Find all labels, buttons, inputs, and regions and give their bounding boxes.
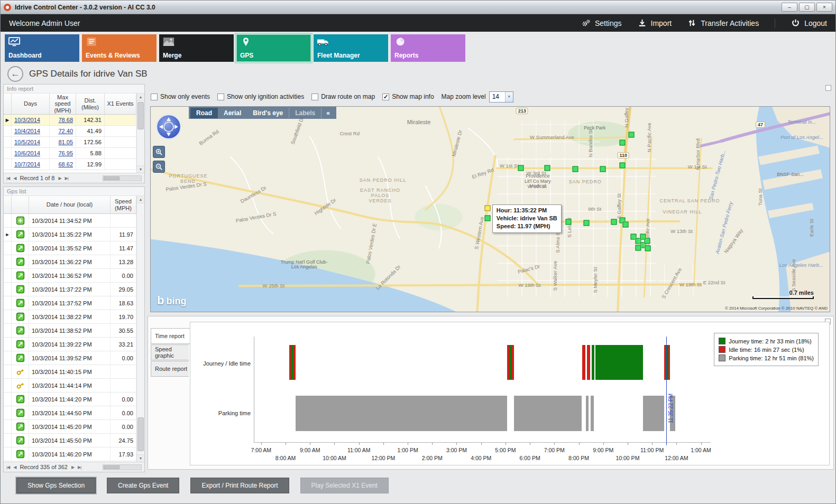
gps-marker[interactable]: [635, 245, 641, 250]
info-report-vscrollbar[interactable]: ▲ ▼: [136, 94, 144, 173]
gps-list-row[interactable]: 10/3/2014 11:39:52 PM0.00: [4, 351, 136, 365]
gps-list-row[interactable]: 10/3/2014 11:45:20 PM0.00: [4, 420, 136, 434]
pager-hscrollbar[interactable]: [103, 464, 142, 470]
gps-marker[interactable]: [620, 162, 626, 168]
minimize-button[interactable]: –: [782, 3, 797, 12]
gps-marker[interactable]: [620, 139, 626, 145]
pager-hscrollbar[interactable]: [103, 175, 142, 181]
gps-list-row[interactable]: 10/3/2014 11:37:22 PM29.05: [4, 283, 136, 296]
module-tab-merge[interactable]: Merge: [159, 34, 234, 62]
pager-next-button[interactable]: ▶: [58, 176, 61, 181]
map-tabs-collapse-button[interactable]: «: [321, 108, 335, 118]
import-button[interactable]: Import: [638, 18, 672, 27]
gps-list-row[interactable]: 10/3/2014 11:40:15 PM: [4, 365, 136, 379]
column-header[interactable]: Date / hour (local): [29, 196, 111, 213]
day-link[interactable]: 10/6/2014: [14, 150, 40, 156]
pager-last-button[interactable]: ▶|: [65, 176, 68, 181]
info-report-row[interactable]: 10/6/201476.955.88: [4, 148, 136, 159]
checkbox-show-only-ignition-activities[interactable]: Show only ignition activities: [217, 93, 304, 100]
pager-next-button[interactable]: ▶: [71, 465, 74, 470]
map-zoom-in-button[interactable]: [153, 146, 165, 158]
gps-list-row[interactable]: 10/3/2014 11:44:14 PM: [4, 379, 136, 393]
close-button[interactable]: ×: [816, 3, 832, 12]
gps-marker[interactable]: [611, 219, 617, 225]
pager-first-button[interactable]: |◀: [6, 465, 10, 470]
settings-button[interactable]: Settings: [582, 18, 622, 27]
collapse-map-panel-button[interactable]: [825, 85, 831, 91]
gps-marker[interactable]: [629, 132, 635, 137]
info-report-row[interactable]: 10/4/201472.4041.49: [4, 126, 136, 137]
column-header[interactable]: Dist. (Miles): [76, 94, 105, 114]
day-link[interactable]: 10/3/2014: [14, 117, 40, 123]
map-zoom-out-button[interactable]: [153, 161, 165, 173]
map-zoom-level-select[interactable]: 14▼: [489, 91, 513, 102]
max-speed-link[interactable]: 81.05: [58, 139, 73, 145]
back-button[interactable]: ←: [7, 66, 23, 82]
gps-list-row[interactable]: 10/3/2014 11:34:52 PM: [4, 214, 136, 228]
gps-marker[interactable]: [645, 246, 650, 251]
module-tab-fleet[interactable]: Fleet Manager: [314, 34, 388, 62]
gps-marker[interactable]: [584, 220, 590, 226]
pager-first-button[interactable]: |◀: [6, 176, 10, 181]
export-print-route-report-button[interactable]: Export / Print Route Report: [190, 478, 289, 493]
gps-marker[interactable]: [544, 165, 550, 171]
gps-list-row[interactable]: 10/3/2014 11:36:22 PM13.28: [4, 255, 136, 269]
scroll-up-icon[interactable]: ▲: [137, 196, 144, 203]
column-header[interactable]: Speed (MPH): [111, 196, 136, 213]
gps-marker[interactable]: [600, 166, 606, 172]
map[interactable]: MiralestePeck ParkW Summerland AveCrest …: [150, 106, 830, 312]
map-compass-control[interactable]: [155, 114, 182, 140]
scroll-down-icon[interactable]: ▼: [137, 165, 144, 173]
map-view-tab-bird-s-eye[interactable]: Bird's eye: [247, 108, 289, 118]
module-tab-reports[interactable]: Reports: [391, 34, 465, 62]
pager-prev-button[interactable]: ◀: [13, 176, 16, 181]
column-header[interactable]: X1 Events: [105, 94, 136, 114]
gps-list-row[interactable]: 10/3/2014 11:38:52 PM30.55: [4, 324, 136, 338]
gps-list-row[interactable]: 10/3/2014 11:38:22 PM19.70: [4, 310, 136, 324]
report-tab-time-report[interactable]: Time report: [151, 328, 190, 344]
info-report-row[interactable]: 10/5/201481.05172.56: [4, 137, 136, 148]
logout-button[interactable]: Logout: [791, 18, 827, 27]
max-speed-link[interactable]: 76.95: [58, 150, 73, 156]
pager-prev-button[interactable]: ◀: [13, 465, 16, 470]
max-speed-link[interactable]: 78.68: [58, 117, 73, 123]
gps-list-row[interactable]: 10/3/2014 11:44:20 PM0.00: [4, 393, 136, 406]
selected-gps-marker[interactable]: [484, 206, 490, 211]
module-tab-gps[interactable]: GPS: [236, 34, 311, 62]
gps-list-vscrollbar[interactable]: ▲ ▼: [136, 196, 144, 462]
gps-list-row[interactable]: 10/3/2014 11:39:22 PM33.21: [4, 338, 136, 351]
gps-marker[interactable]: [622, 221, 628, 227]
show-gps-selection-button[interactable]: Show Gps Selection: [16, 478, 96, 493]
gps-list-row[interactable]: 10/3/2014 11:44:50 PM0.00: [4, 406, 136, 420]
map-view-tab-labels[interactable]: Labels: [289, 108, 321, 118]
gps-list-row[interactable]: 10/3/2014 11:36:52 PM0.00: [4, 269, 136, 283]
gps-list-row[interactable]: 10/3/2014 11:45:50 PM24.75: [4, 434, 136, 447]
gps-marker[interactable]: [565, 219, 571, 225]
column-header[interactable]: Days: [12, 94, 50, 114]
gps-list-row[interactable]: 10/3/2014 11:35:52 PM11.47: [4, 241, 136, 255]
maximize-button[interactable]: ▢: [799, 3, 815, 12]
max-speed-link[interactable]: 68.62: [58, 161, 73, 167]
create-gps-event-button[interactable]: Create Gps Event: [107, 478, 179, 493]
max-speed-link[interactable]: 72.40: [58, 128, 73, 134]
gps-marker[interactable]: [484, 216, 490, 221]
report-tab-speed-graphic[interactable]: Speed graphic: [151, 344, 189, 360]
info-report-row[interactable]: 10/7/201468.6212.99: [4, 159, 136, 170]
checkbox-show-map-info[interactable]: ✓Show map info: [382, 93, 434, 100]
day-link[interactable]: 10/7/2014: [14, 161, 40, 167]
report-tab-route-report[interactable]: Route report: [151, 361, 189, 377]
scroll-down-icon[interactable]: ▼: [137, 454, 144, 462]
module-tab-dashboard[interactable]: Dashboard: [5, 34, 79, 62]
gps-list-row[interactable]: 10/3/2014 11:46:20 PM17.93: [4, 447, 136, 461]
checkbox-show-only-events[interactable]: Show only events: [151, 93, 210, 100]
gps-list-row[interactable]: ►10/3/2014 11:35:22 PM11.97: [4, 228, 136, 241]
gps-marker[interactable]: [572, 166, 578, 172]
pager-last-button[interactable]: ▶|: [78, 465, 81, 470]
transfer-button[interactable]: Transfer Activities: [687, 18, 759, 27]
gps-marker[interactable]: [518, 165, 523, 171]
column-header[interactable]: Max speed (MPH): [50, 94, 76, 114]
checkbox-draw-route-on-map[interactable]: Draw route on map: [311, 93, 375, 100]
gps-list-row[interactable]: 10/3/2014 11:37:52 PM18.63: [4, 296, 136, 310]
map-view-tab-aerial[interactable]: Aerial: [218, 108, 247, 118]
scroll-up-icon[interactable]: ▲: [137, 94, 144, 101]
